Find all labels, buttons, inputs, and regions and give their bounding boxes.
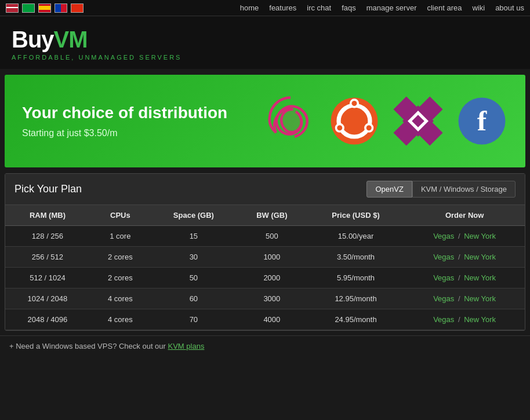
plan-table: RAM (MB) CPUs Space (GB) BW (GB) Price (… <box>5 205 525 330</box>
table-row: 128 / 256 1 core 15 500 15.00/year Vegas… <box>5 226 525 247</box>
table-row: 2048 / 4096 4 cores 70 4000 24.95/month … <box>5 309 525 330</box>
col-price: Price (USD $) <box>307 205 404 226</box>
cell-bw: 4000 <box>237 309 307 330</box>
cell-order: Vegas / New York <box>404 247 525 268</box>
flag-us[interactable] <box>6 3 19 13</box>
plan-tbody: 128 / 256 1 core 15 500 15.00/year Vegas… <box>5 226 525 330</box>
cell-space: 50 <box>151 268 237 288</box>
order-separator: / <box>458 232 462 240</box>
banner-heading: Your choice of distribution <box>22 104 247 122</box>
order-separator: / <box>458 253 462 261</box>
banner-subtext: Starting at just $3.50/m <box>22 128 247 138</box>
table-row: 512 / 1024 2 cores 50 2000 5.95/month Ve… <box>5 268 525 288</box>
distro-icons: f <box>264 95 508 147</box>
cell-space: 60 <box>151 288 237 309</box>
svg-point-7 <box>352 101 357 106</box>
tab-group: OpenVZ KVM / Windows / Storage <box>366 181 516 198</box>
order-newyork-link[interactable]: New York <box>464 315 496 324</box>
tab-kvm[interactable]: KVM / Windows / Storage <box>412 181 516 198</box>
flag-br[interactable] <box>22 3 35 13</box>
table-header: RAM (MB) CPUs Space (GB) BW (GB) Price (… <box>5 205 525 226</box>
cell-bw: 3000 <box>237 288 307 309</box>
col-cpus: CPUs <box>90 205 151 226</box>
nav-manage-server[interactable]: manage server <box>366 3 417 12</box>
logo-vm: VM <box>54 27 88 52</box>
col-bw: BW (GB) <box>237 205 307 226</box>
order-newyork-link[interactable]: New York <box>464 294 496 303</box>
logo-text: BuyVM <box>12 27 181 53</box>
nav-irc-chat[interactable]: irc chat <box>307 3 331 12</box>
flag-es[interactable] <box>38 3 51 13</box>
plan-heading: Pick Your Plan <box>14 183 82 195</box>
cell-price: 15.00/year <box>307 226 404 247</box>
header: BuyVM AFFORDABLE, UNMANAGED SERVERS <box>0 16 530 69</box>
cell-space: 30 <box>151 247 237 268</box>
cell-ram: 256 / 512 <box>5 247 90 268</box>
cell-ram: 128 / 256 <box>5 226 90 247</box>
col-space: Space (GB) <box>151 205 237 226</box>
logo-buy: Buy <box>12 27 54 52</box>
flag-group <box>6 3 84 13</box>
cell-cpus: 2 cores <box>90 268 151 288</box>
nav-faqs[interactable]: faqs <box>342 3 356 12</box>
nav-home[interactable]: home <box>240 3 259 12</box>
order-separator: / <box>458 315 462 324</box>
bottom-note-text: + Need a Windows based VPS? Check out ou… <box>9 342 168 350</box>
cell-bw: 1000 <box>237 247 307 268</box>
order-vegas-link[interactable]: Vegas <box>433 232 454 240</box>
cell-price: 12.95/month <box>307 288 404 309</box>
col-order: Order Now <box>404 205 525 226</box>
centos-icon <box>392 95 444 147</box>
nav-about-us[interactable]: about us <box>495 3 524 12</box>
ubuntu-icon <box>328 95 380 147</box>
debian-icon <box>264 95 317 147</box>
cell-ram: 512 / 1024 <box>5 268 90 288</box>
cell-space: 15 <box>151 226 237 247</box>
nav-client-area[interactable]: client area <box>427 3 462 12</box>
svg-point-9 <box>337 125 342 130</box>
svg-point-8 <box>366 125 372 130</box>
banner-text: Your choice of distribution Starting at … <box>22 104 247 138</box>
order-vegas-link[interactable]: Vegas <box>433 253 454 261</box>
order-newyork-link[interactable]: New York <box>464 232 496 240</box>
cell-order: Vegas / New York <box>404 226 525 247</box>
fedora-icon: f <box>456 95 508 147</box>
cell-price: 5.95/month <box>307 268 404 288</box>
svg-text:f: f <box>477 105 487 137</box>
col-ram: RAM (MB) <box>5 205 90 226</box>
tagline-affordable: AFFORDABLE, <box>12 54 75 61</box>
order-separator: / <box>458 294 462 303</box>
order-newyork-link[interactable]: New York <box>464 253 496 261</box>
plan-header: Pick Your Plan OpenVZ KVM / Windows / St… <box>5 174 525 205</box>
nav-features[interactable]: features <box>269 3 296 12</box>
plan-section: Pick Your Plan OpenVZ KVM / Windows / St… <box>5 173 525 331</box>
cell-price: 3.50/month <box>307 247 404 268</box>
flag-cn[interactable] <box>71 3 84 13</box>
banner: Your choice of distribution Starting at … <box>5 75 525 167</box>
topbar: home features irc chat faqs manage serve… <box>0 0 530 16</box>
cell-bw: 2000 <box>237 268 307 288</box>
order-newyork-link[interactable]: New York <box>464 273 496 282</box>
cell-cpus: 4 cores <box>90 288 151 309</box>
logo: BuyVM AFFORDABLE, UNMANAGED SERVERS <box>12 27 181 61</box>
tagline-servers: SERVERS <box>139 54 181 61</box>
cell-order: Vegas / New York <box>404 309 525 330</box>
flag-ph[interactable] <box>55 3 67 13</box>
order-separator: / <box>458 273 462 282</box>
nav-wiki[interactable]: wiki <box>472 3 485 12</box>
cell-cpus: 2 cores <box>90 247 151 268</box>
tagline-unmanaged: UNMANAGED <box>78 54 136 61</box>
cell-order: Vegas / New York <box>404 268 525 288</box>
cell-bw: 500 <box>237 226 307 247</box>
table-row: 1024 / 2048 4 cores 60 3000 12.95/month … <box>5 288 525 309</box>
cell-price: 24.95/month <box>307 309 404 330</box>
order-vegas-link[interactable]: Vegas <box>433 273 454 282</box>
cell-cpus: 4 cores <box>90 309 151 330</box>
cell-ram: 2048 / 4096 <box>5 309 90 330</box>
table-row: 256 / 512 2 cores 30 1000 3.50/month Veg… <box>5 247 525 268</box>
kvm-plans-link[interactable]: KVM plans <box>168 342 205 350</box>
cell-order: Vegas / New York <box>404 288 525 309</box>
tab-openvz[interactable]: OpenVZ <box>366 181 412 198</box>
order-vegas-link[interactable]: Vegas <box>433 294 454 303</box>
order-vegas-link[interactable]: Vegas <box>433 315 454 324</box>
